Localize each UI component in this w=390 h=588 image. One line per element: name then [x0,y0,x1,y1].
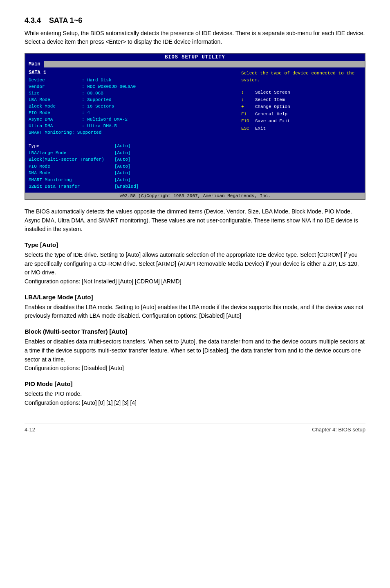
bios-legend-change: +- Change Option [241,103,361,110]
subsection-lba-title: LBA/Large Mode [Auto] [25,294,365,301]
bios-legend: ↕ Select Screen ↕ Select Item +- Change … [241,89,361,132]
bios-help-text: Select the type of device connected to t… [241,70,361,83]
bios-menu-main: Main [25,61,44,67]
subsection-block-config: Configuration options: [Disabled] [Auto] [25,364,365,373]
bios-opt-block: Block(Multi-sector Transfer)[Auto] [29,156,233,163]
bios-info-row-size: Size: 80.0GB [29,90,233,97]
intro-paragraph: While entering Setup, the BIOS automatic… [25,29,365,46]
bios-options-table: Type[Auto] LBA/Large Mode[Auto] Block(Mu… [29,143,233,190]
bios-menu-bar: Main [25,61,365,67]
bios-right-panel: Select the type of device connected to t… [237,70,361,190]
bios-legend-exit: ESC Exit [241,125,361,132]
subsection-pio: PIO Mode [Auto] Selects the PIO mode. Co… [25,380,365,407]
subsection-type-text: Selects the type of IDE drive. Setting t… [25,251,365,277]
bios-info-row-block: Block Mode: 16 Sectors [29,103,233,110]
bios-sata-header: SATA 1 [29,70,233,76]
page-footer: 4-12 Chapter 4: BIOS setup [25,424,365,433]
subsection-block: Block (Multi-sector Transfer) [Auto] Ena… [25,328,365,373]
bios-opt-lba: LBA/Large Mode[Auto] [29,150,233,157]
subsection-type: Type [Auto] Selects the type of IDE driv… [25,241,365,286]
bios-title: BIOS SETUP UTILITY [25,54,365,61]
body-paragraph: The BIOS automatically detects the value… [25,207,365,234]
bios-opt-dma: DMA Mode[Auto] [29,170,233,177]
bios-info-row-smart: SMART Monitoring: Supported [29,130,233,136]
subsection-lba-text: Enables or disables the LBA mode. Settin… [25,303,365,321]
bios-left-panel: SATA 1 Device: Hard Disk Vendor: WDC WD8… [29,70,233,190]
footer-left: 4-12 [25,426,35,433]
bios-screenshot: BIOS SETUP UTILITY Main SATA 1 Device: H… [25,53,365,200]
bios-info-row-pio: PIO Mode: 4 [29,110,233,117]
subsection-pio-config: Configuration options: [Auto] [0] [1] [2… [25,399,365,408]
bios-legend-screen: ↕ Select Screen [241,89,361,96]
subsection-block-text: Enables or disables data multi-sectors t… [25,337,365,364]
section-title: SATA 1~6 [49,16,82,25]
subsection-pio-title: PIO Mode [Auto] [25,380,365,387]
bios-body: SATA 1 Device: Hard Disk Vendor: WDC WD8… [25,67,365,193]
bios-legend-save: F10 Save and Exit [241,118,361,125]
subsection-pio-text: Selects the PIO mode. [25,390,365,399]
section-number: 4.3.4 [25,16,41,25]
bios-info-row-device: Device: Hard Disk [29,77,233,84]
subsection-lba: LBA/Large Mode [Auto] Enables or disable… [25,294,365,321]
subsections-container: Type [Auto] Selects the type of IDE driv… [25,241,365,407]
bios-info-row-lba: LBA Mode: Supported [29,97,233,103]
bios-legend-help: F1 General Help [241,111,361,118]
bios-opt-32bit: 32Bit Data Transfer[Enabled] [29,183,233,190]
bios-opt-smart: SMART Monitoring[Auto] [29,177,233,184]
bios-info-row-udma: Ultra DMA: Ultra DMA-5 [29,123,233,130]
bios-opt-type: Type[Auto] [29,143,233,150]
bios-info-row-async: Async DMA: MultiWord DMA-2 [29,117,233,123]
bios-opt-pio: PIO Mode[Auto] [29,163,233,170]
bios-legend-item: ↕ Select Item [241,97,361,103]
bios-footer: v02.58 (C)Copyright 1985-2007, American … [25,193,365,199]
subsection-block-title: Block (Multi-sector Transfer) [Auto] [25,328,365,335]
bios-info-row-vendor: Vendor: WDC WD800JD-00LSA0 [29,84,233,90]
subsection-type-config: Configuration options: [Not Installed] [… [25,277,365,286]
footer-right: Chapter 4: BIOS setup [312,426,365,433]
bios-info-table: Device: Hard Disk Vendor: WDC WD800JD-00… [29,77,233,136]
subsection-type-title: Type [Auto] [25,241,365,248]
